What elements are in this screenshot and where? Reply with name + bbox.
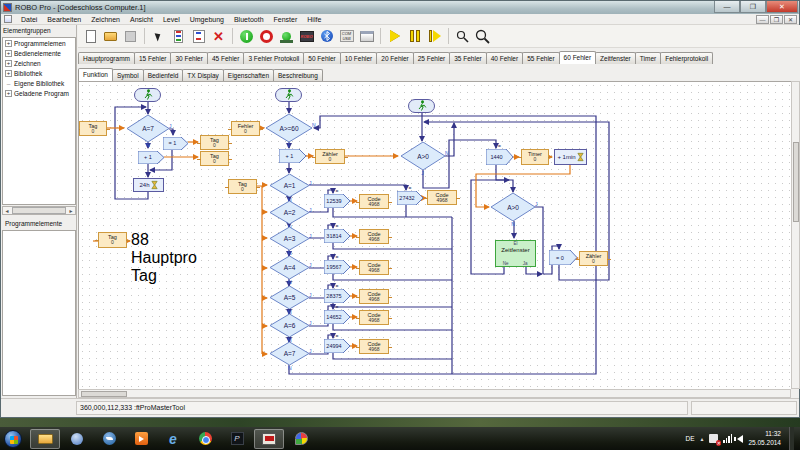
program-elements-icon[interactable]: [170, 28, 187, 45]
node-var-code-4[interactable]: Code4968: [359, 289, 389, 304]
node-start-3[interactable]: [408, 99, 435, 113]
tab-tx-display[interactable]: TX Display: [182, 69, 223, 81]
tab-fehlerprotokoll[interactable]: Fehlerprotokoll: [660, 52, 713, 64]
node-assign-eq1[interactable]: = 1: [163, 136, 188, 149]
taskbar-app-explorer[interactable]: [30, 429, 60, 449]
node-assign-24994[interactable]: 24994=: [324, 339, 350, 353]
tab-50-fehler[interactable]: 50 Fehler: [303, 52, 340, 64]
tab-45-fehler[interactable]: 45 Fehler: [207, 52, 244, 64]
node-subprogram-zeitfenster[interactable]: ElZeitfensterNeJa: [495, 240, 536, 267]
node-assign-12539[interactable]: 12539=: [324, 194, 350, 208]
bluetooth-icon[interactable]: [318, 28, 335, 45]
node-var-code-0[interactable]: Code4968: [427, 190, 457, 205]
node-branch-a0-top[interactable]: A>0NJ: [401, 142, 445, 170]
scroll-thumb[interactable]: [12, 207, 66, 214]
stop-icon[interactable]: [258, 28, 275, 45]
zoom-in-icon[interactable]: [474, 28, 491, 45]
start-download-icon[interactable]: [386, 28, 403, 45]
node-var-fehler[interactable]: Fehler0: [231, 121, 260, 136]
canvas-vscrollbar[interactable]: [791, 81, 800, 389]
node-var-code-2[interactable]: Code4968: [359, 229, 389, 244]
vscroll-thumb[interactable]: [793, 142, 799, 222]
menu-level[interactable]: Level: [158, 16, 185, 23]
node-assign-27432[interactable]: 27432=: [397, 191, 423, 205]
sidebar-item-geladene-program[interactable]: +Geladene Program: [3, 88, 75, 98]
expand-icon[interactable]: +: [5, 90, 12, 97]
taskbar-app-openoffice[interactable]: [94, 429, 124, 449]
node-assign-19567[interactable]: 19567=: [324, 260, 350, 274]
node-branch-a0-bottom[interactable]: A>0JN: [491, 193, 535, 221]
zoom-out-icon[interactable]: [454, 28, 471, 45]
node-var-code-1[interactable]: Code4968: [359, 194, 389, 209]
tab-symbol[interactable]: Symbol: [112, 69, 144, 81]
tab-60-fehler[interactable]: 60 Fehler: [559, 51, 596, 64]
delete-icon[interactable]: ✕: [210, 28, 227, 45]
network-icon[interactable]: [723, 434, 732, 443]
pause-icon[interactable]: [406, 28, 423, 45]
expand-icon[interactable]: +: [5, 60, 12, 67]
clock[interactable]: 11:32 25.05.2014: [748, 430, 781, 447]
tab-zeitfenster[interactable]: Zeitfenster: [595, 52, 636, 64]
tab-55-fehler[interactable]: 55 Fehler: [522, 52, 559, 64]
action-center-icon[interactable]: [709, 434, 718, 443]
hscroll-thumb[interactable]: [81, 391, 127, 397]
node-var-tag-o2[interactable]: Tag0: [200, 151, 229, 166]
node-display-hauptpro-tag[interactable]: 88HauptproTag: [131, 231, 178, 251]
node-var-zaehler-2[interactable]: Zähler0: [579, 251, 608, 266]
scroll-right-icon[interactable]: ►: [67, 208, 75, 214]
save-file-icon[interactable]: [122, 28, 139, 45]
canvas-hscrollbar[interactable]: [78, 389, 791, 398]
tab-20-fehler[interactable]: 20 Fehler: [376, 52, 413, 64]
node-branch-a3[interactable]: A=3JN: [270, 227, 309, 250]
node-assign-1440[interactable]: 1440=: [486, 149, 513, 165]
sidebar-item-zeichnen[interactable]: +Zeichnen: [3, 58, 75, 68]
node-var-tag-o1[interactable]: Tag0: [200, 135, 229, 150]
tab-10-fehler[interactable]: 10 Fehler: [340, 52, 377, 64]
show-desktop-button[interactable]: [789, 427, 794, 450]
tab-40-fehler[interactable]: 40 Fehler: [486, 52, 523, 64]
menu-datei[interactable]: Datei: [16, 16, 42, 23]
node-var-code-5[interactable]: Code4968: [359, 310, 389, 325]
taskbar-app-robo-pro[interactable]: [254, 429, 284, 449]
node-branch-a6[interactable]: A=6JN: [270, 314, 309, 337]
sidebar-hscrollbar[interactable]: ◄ ►: [2, 206, 76, 215]
node-wait-24h[interactable]: 24h: [133, 178, 164, 192]
sidebar-item-eigene-bibliothek[interactable]: –Eigene Bibliothek: [3, 78, 75, 88]
node-branch-a4[interactable]: A=4JN: [270, 256, 309, 279]
taskbar-app-photo-app[interactable]: P: [222, 429, 252, 449]
node-var-code-6[interactable]: Code4968: [359, 339, 389, 354]
tab-25-fehler[interactable]: 25 Fehler: [413, 52, 450, 64]
tab-beschreibung[interactable]: Beschreibung: [273, 69, 323, 81]
tab-timer[interactable]: Timer: [635, 52, 661, 64]
download-icon[interactable]: [278, 28, 295, 45]
program-elements-panel[interactable]: [2, 230, 76, 396]
mdi-restore-button[interactable]: ❐: [770, 15, 783, 24]
tab-hauptprogramm[interactable]: Hauptprogramm: [78, 52, 135, 64]
node-assign-31814[interactable]: 31814=: [324, 229, 350, 243]
open-file-icon[interactable]: [102, 28, 119, 45]
menu-hilfe[interactable]: Hilfe: [302, 16, 326, 23]
robo-tx-controller-icon[interactable]: ROBO: [298, 28, 315, 45]
node-assign-eq0[interactable]: = 0: [549, 250, 577, 265]
mdi-minimize-button[interactable]: —: [756, 15, 769, 24]
scroll-left-icon[interactable]: ◄: [3, 208, 11, 214]
start-online-icon[interactable]: [238, 28, 255, 45]
taskbar-app-user-app[interactable]: [62, 429, 92, 449]
node-assign-plus1-left[interactable]: + 1: [138, 150, 164, 163]
menu-ansicht[interactable]: Ansicht: [125, 16, 158, 23]
tab-bedienfeld[interactable]: Bedienfeld: [143, 69, 184, 81]
tab-15-fehler[interactable]: 15 Fehler: [134, 52, 171, 64]
node-branch-a5[interactable]: A=5JN: [270, 286, 309, 309]
expand-icon[interactable]: +: [5, 40, 12, 47]
node-assign-28375[interactable]: 28375=: [324, 289, 350, 303]
menu-zeichnen[interactable]: Zeichnen: [86, 16, 125, 23]
menu-bluetooth[interactable]: Bluetooth: [229, 16, 269, 23]
flowchart-canvas[interactable]: Tag0A=7JN= 1+ 124hTag0Tag0Tag0Fehler0A>=…: [78, 81, 791, 389]
node-var-tag-in1[interactable]: Tag0: [79, 121, 107, 136]
subprogram-window-icon[interactable]: [190, 28, 207, 45]
tab-funktion[interactable]: Funktion: [78, 68, 113, 81]
node-var-timer[interactable]: Timer0: [521, 149, 549, 165]
expand-icon[interactable]: +: [5, 70, 12, 77]
taskbar-app-internet-explorer[interactable]: e: [158, 429, 188, 449]
node-branch-a60[interactable]: A>=60NJ: [266, 114, 312, 142]
